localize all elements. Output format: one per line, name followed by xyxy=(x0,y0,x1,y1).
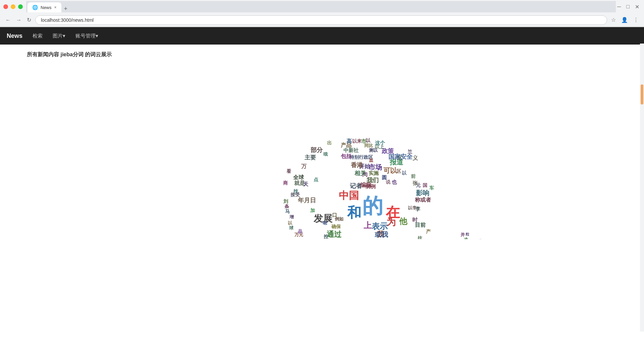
word-称或者: 称或者 xyxy=(415,197,431,203)
word-区: 区 xyxy=(396,169,401,174)
word-中新社: 中新社 xyxy=(343,148,359,153)
word-中国: 中国 xyxy=(339,191,359,201)
active-tab[interactable]: 🌐 News × xyxy=(28,2,61,12)
word-前: 前 xyxy=(411,174,416,179)
word-万: 万 xyxy=(301,164,307,169)
word-加: 加 xyxy=(310,208,315,213)
reload-button[interactable]: ↻ xyxy=(25,15,33,24)
word-以上: 以上 xyxy=(375,144,384,149)
word-刘: 刘 xyxy=(283,199,288,204)
word-可以: 可以 xyxy=(383,167,397,174)
title-bar: 🌐 News × + ─ □ ✕ xyxy=(0,0,644,13)
word-车: 车 xyxy=(429,186,434,190)
word-我们: 我们 xyxy=(367,177,379,183)
word-义: 义 xyxy=(413,155,418,161)
tab-title: News xyxy=(41,5,52,10)
navbar-link-images[interactable]: 图片▾ xyxy=(53,33,65,39)
word-看: 看 xyxy=(286,169,291,174)
word-病例: 病例 xyxy=(366,184,376,189)
word-实施: 实施 xyxy=(369,170,379,176)
word-嗯: 嗯 xyxy=(323,221,327,225)
word-他: 他 xyxy=(399,217,407,225)
window-controls xyxy=(3,4,23,9)
word-产: 产 xyxy=(426,229,431,234)
word-目前: 目前 xyxy=(415,222,426,228)
word-抗: 抗 xyxy=(418,236,422,239)
word-表示: 表示 xyxy=(372,222,388,230)
url-text: localhost:3000/news.html xyxy=(41,17,94,23)
page-subtitle: 所有新闻内容 jieba分词 的词云展示 xyxy=(27,51,617,58)
word-同比: 同比 xyxy=(364,143,373,148)
profile-btn[interactable]: 👤 xyxy=(620,15,629,24)
navbar-link-account[interactable]: 账号管理▾ xyxy=(75,33,98,39)
word-高: 高 xyxy=(346,139,352,144)
wordcloud-container: 的在和中国发展为他表示上通过我或我市场可以报道国家安全政策情况中新网同时进一步机… xyxy=(195,65,449,232)
minimize-btn[interactable] xyxy=(11,4,15,9)
word-或我: 或我 xyxy=(375,231,388,238)
minimize-window-btn[interactable]: ─ xyxy=(616,2,622,11)
word-控: 控 xyxy=(324,234,328,239)
word-市场: 市场 xyxy=(369,164,382,170)
word-天: 天 xyxy=(303,182,308,187)
word-包括: 包括 xyxy=(341,154,352,159)
forward-button[interactable]: → xyxy=(15,16,23,24)
maximize-btn[interactable] xyxy=(18,4,23,9)
navbar: News 检索 图片▾ 账号管理▾ xyxy=(0,27,644,45)
word-点: 点 xyxy=(314,177,318,182)
word-张: 张 xyxy=(413,181,418,186)
word-球: 球 xyxy=(289,226,293,230)
browser-chrome: 🌐 News × + ─ □ ✕ ← → ↻ localhost:3000/ne… xyxy=(0,0,644,27)
word-相关: 相关 xyxy=(355,170,366,176)
word-以: 以 xyxy=(288,221,292,225)
word-部分: 部分 xyxy=(311,147,323,153)
word-并: 并 xyxy=(461,232,465,237)
word-年月日: 年月日 xyxy=(298,197,316,203)
url-box[interactable]: localhost:3000/news.html xyxy=(35,15,607,25)
word-出: 出 xyxy=(327,140,332,145)
word-品: 品 xyxy=(298,229,302,233)
word-兰: 兰 xyxy=(408,149,412,154)
scrollbar xyxy=(640,44,644,239)
word-和: 和 xyxy=(347,206,361,220)
tab-close-icon[interactable]: × xyxy=(54,5,57,10)
word-上: 上 xyxy=(364,221,372,229)
word-哦: 哦 xyxy=(323,152,328,156)
word-以来: 以来 xyxy=(352,139,362,143)
word-全球: 全球 xyxy=(293,175,304,180)
tab-bar: 🌐 News × + xyxy=(26,1,616,12)
word-国: 国 xyxy=(423,183,427,188)
word-增: 增 xyxy=(289,215,294,219)
bookmark-btn[interactable]: ☆ xyxy=(610,15,617,24)
scrollbar-thumb[interactable] xyxy=(641,84,643,105)
close-btn[interactable] xyxy=(3,4,8,9)
word-以: 以 xyxy=(366,138,370,143)
word-粒: 粒 xyxy=(466,232,469,236)
browser-actions: ☆ 👤 ⋮ xyxy=(610,15,640,24)
word-通过: 通过 xyxy=(327,231,341,238)
tab-favicon: 🌐 xyxy=(32,5,38,10)
word-为: 为 xyxy=(386,217,396,227)
page-content: 所有新闻内容 jieba分词 的词云展示 的在和中国发展为他表示上通过我或我市场… xyxy=(0,45,644,239)
word-确保: 确保 xyxy=(331,224,341,229)
word-主要: 主要 xyxy=(305,155,316,160)
new-tab-button[interactable]: + xyxy=(61,5,70,12)
navbar-link-search[interactable]: 检索 xyxy=(33,33,43,39)
navbar-brand[interactable]: News xyxy=(7,32,22,40)
word-的: 的 xyxy=(362,196,383,216)
close-window-btn[interactable]: ✕ xyxy=(634,2,641,11)
word-区: 区 xyxy=(397,155,402,160)
back-button[interactable]: ← xyxy=(4,16,12,24)
word-说: 说 xyxy=(386,180,390,184)
address-bar: ← → ↻ localhost:3000/news.html ☆ 👤 ⋮ xyxy=(0,13,644,27)
word-临: 临 xyxy=(478,239,483,239)
word-商: 商 xyxy=(283,181,288,185)
word-香港: 香港 xyxy=(351,162,363,168)
word-以: 以 xyxy=(402,170,407,175)
word-以李: 以李 xyxy=(408,206,417,210)
menu-btn[interactable]: ⋮ xyxy=(632,15,640,24)
word-接受: 接受 xyxy=(290,192,300,197)
word-条: 条 xyxy=(284,204,289,209)
restore-window-btn[interactable]: □ xyxy=(625,2,631,11)
word-血: 血 xyxy=(369,158,373,162)
word-口: 口 xyxy=(332,212,337,217)
